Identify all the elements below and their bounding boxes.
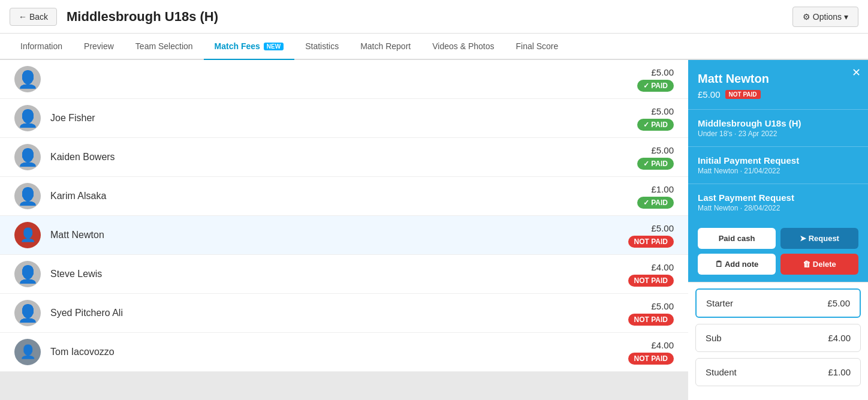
avatar-placeholder: 👤 (14, 300, 41, 326)
player-row[interactable]: 👤£5.00✓ PAID (0, 60, 688, 99)
player-row[interactable]: 👤Karim Alsaka£1.00✓ PAID (0, 177, 688, 216)
paid-cash-label: Paid cash (719, 234, 755, 243)
fee-option-sub[interactable]: Sub£4.00 (695, 324, 861, 352)
panel-match-section: Middlesbrough U18s (H) Under 18's · 23 A… (688, 109, 868, 146)
options-label: ⚙ Options ▾ (803, 12, 848, 22)
fee-section: £4.00NOT PAID (628, 262, 674, 287)
player-name: Tom Iacovozzo (50, 347, 619, 357)
status-badge: ✓ PAID (637, 80, 674, 92)
status-badge: NOT PAID (628, 353, 674, 365)
tab-match-report[interactable]: Match Report (349, 34, 421, 60)
avatar: 👤 (14, 339, 41, 365)
panel-player-name: Matt Newton (698, 72, 858, 86)
player-name: Karim Alsaka (50, 191, 628, 201)
tab-statistics[interactable]: Statistics (294, 34, 349, 60)
status-badge: NOT PAID (628, 314, 674, 326)
fee-option-starter[interactable]: Starter£5.00 (695, 288, 861, 318)
tab-badge-match-fees: NEW (264, 43, 284, 50)
fee-amount: £5.00 (651, 145, 674, 155)
player-row[interactable]: 👤Tom Iacovozzo£4.00NOT PAID (0, 333, 688, 372)
add-note-button[interactable]: 🗒 Add note (698, 254, 776, 275)
player-name: Matt Newton (50, 230, 619, 240)
player-list: 👤£5.00✓ PAID👤Joe Fisher£5.00✓ PAID👤Kaide… (0, 60, 688, 400)
panel-last-payment-sub: Matt Newton · 28/04/2022 (698, 204, 858, 212)
status-badge: ✓ PAID (637, 158, 674, 170)
fee-section: £5.00✓ PAID (637, 67, 674, 92)
tab-label-preview: Preview (84, 41, 114, 51)
options-button[interactable]: ⚙ Options ▾ (792, 7, 858, 27)
panel-last-payment-title: Last Payment Request (698, 193, 858, 203)
fee-options-card: Starter£5.00Sub£4.00Student£1.00 (688, 282, 868, 400)
player-name: Syed Pitchero Ali (50, 308, 619, 318)
tab-videos-photos[interactable]: Videos & Photos (421, 34, 505, 60)
fee-section: £5.00NOT PAID (628, 301, 674, 326)
panel-match-sub: Under 18's · 23 Apr 2022 (698, 130, 858, 138)
fee-amount: £4.00 (651, 340, 674, 350)
fee-amount: £5.00 (651, 223, 674, 233)
avatar-placeholder: 👤 (14, 144, 41, 170)
tab-preview[interactable]: Preview (73, 34, 125, 60)
avatar-placeholder: 👤 (14, 261, 41, 287)
fee-option-label-starter: Starter (706, 298, 733, 308)
fee-option-price-student: £1.00 (828, 367, 851, 377)
tab-team-selection[interactable]: Team Selection (125, 34, 204, 60)
panel-fee-row: £5.00 NOT PAID (698, 89, 858, 100)
player-name: Steve Lewis (50, 269, 619, 279)
delete-button[interactable]: 🗑 Delete (780, 254, 858, 275)
request-label: ➤ Request (800, 234, 839, 243)
panel-last-payment-section: Last Payment Request Matt Newton · 28/04… (688, 184, 868, 221)
avatar-placeholder: 👤 (14, 183, 41, 209)
tabs-bar: InformationPreviewTeam SelectionMatch Fe… (0, 34, 868, 60)
fee-amount: £1.00 (651, 184, 674, 194)
add-note-label: 🗒 Add note (715, 260, 758, 269)
tab-label-final-score: Final Score (516, 41, 558, 51)
fee-option-price-sub: £4.00 (828, 333, 851, 343)
fee-amount: £5.00 (651, 301, 674, 311)
paid-cash-button[interactable]: Paid cash (698, 228, 776, 249)
fee-option-label-student: Student (706, 367, 737, 377)
avatar-placeholder: 👤 (14, 66, 41, 92)
player-name: Kaiden Bowers (50, 152, 628, 163)
panel-match-title: Middlesbrough U18s (H) (698, 118, 858, 128)
fee-section: £4.00NOT PAID (628, 340, 674, 365)
tab-information[interactable]: Information (10, 34, 73, 60)
fee-option-student[interactable]: Student£1.00 (695, 358, 861, 386)
player-row[interactable]: 👤Kaiden Bowers£5.00✓ PAID (0, 138, 688, 177)
status-badge: ✓ PAID (637, 197, 674, 209)
fee-option-label-sub: Sub (706, 333, 722, 343)
status-badge: ✓ PAID (637, 119, 674, 131)
tab-label-information: Information (20, 41, 62, 51)
delete-label: 🗑 Delete (803, 260, 836, 269)
player-row[interactable]: 👤Matt Newton£5.00NOT PAID (0, 216, 688, 255)
player-row[interactable]: 👤Steve Lewis£4.00NOT PAID (0, 255, 688, 294)
close-button[interactable]: ✕ (852, 67, 861, 78)
player-panel: ✕ Matt Newton £5.00 NOT PAID Middlesbrou… (688, 60, 868, 400)
panel-fee: £5.00 (698, 89, 721, 100)
fee-amount: £5.00 (651, 106, 674, 116)
back-button[interactable]: ← Back (10, 8, 57, 26)
panel-initial-payment-title: Initial Payment Request (698, 155, 858, 166)
tab-label-statistics: Statistics (305, 41, 339, 51)
back-label: ← Back (19, 12, 48, 22)
fee-amount: £5.00 (651, 67, 674, 77)
fee-option-price-starter: £5.00 (827, 298, 850, 308)
player-row[interactable]: 👤Joe Fisher£5.00✓ PAID (0, 99, 688, 138)
avatar: 👤 (14, 222, 41, 248)
tab-label-team-selection: Team Selection (135, 41, 193, 51)
avatar-placeholder: 👤 (14, 105, 41, 131)
status-badge: NOT PAID (628, 236, 674, 248)
panel-status-badge: NOT PAID (725, 90, 761, 99)
page-title: Middlesbrough U18s (H) (67, 9, 783, 25)
main-layout: 👤£5.00✓ PAID👤Joe Fisher£5.00✓ PAID👤Kaide… (0, 60, 868, 400)
fee-section: £5.00✓ PAID (637, 106, 674, 131)
panel-initial-payment-section: Initial Payment Request Matt Newton · 21… (688, 146, 868, 184)
tab-final-score[interactable]: Final Score (505, 34, 569, 60)
tab-label-match-fees: Match Fees (215, 41, 260, 51)
request-button[interactable]: ➤ Request (780, 228, 858, 249)
player-row[interactable]: 👤Syed Pitchero Ali£5.00NOT PAID (0, 294, 688, 333)
fee-section: £5.00NOT PAID (628, 223, 674, 248)
tab-match-fees[interactable]: Match FeesNEW (204, 34, 295, 60)
panel-actions: Paid cash ➤ Request 🗒 Add note 🗑 Delete (688, 221, 868, 282)
fee-section: £1.00✓ PAID (637, 184, 674, 209)
tab-label-videos-photos: Videos & Photos (432, 41, 494, 51)
